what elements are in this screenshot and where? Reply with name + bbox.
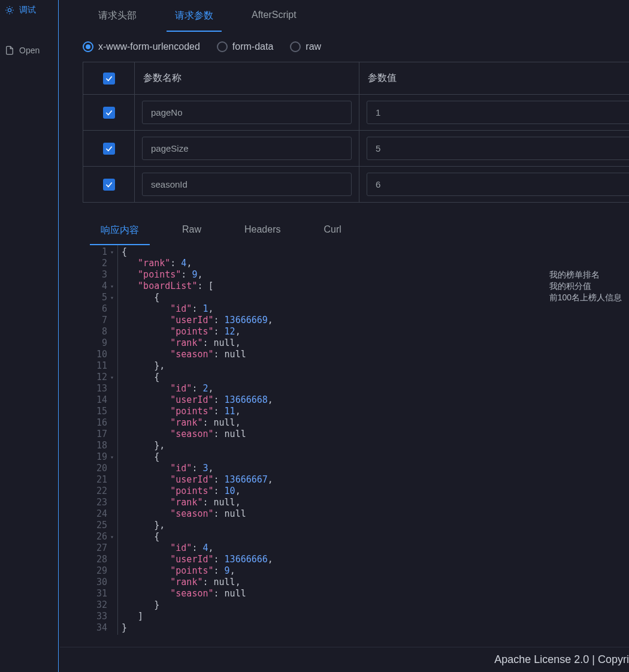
param-name-input[interactable] bbox=[142, 137, 352, 160]
tab-afterscript[interactable]: AfterScript bbox=[232, 0, 316, 32]
response-tabs: 响应内容 Raw Headers Curl bbox=[60, 216, 629, 245]
radio-label: form-data bbox=[232, 41, 273, 52]
editor-gutter: 1▾234▾5▾6789101112▾13141516171819▾202122… bbox=[79, 245, 117, 635]
param-value-input[interactable] bbox=[367, 173, 629, 196]
param-name-input[interactable] bbox=[142, 173, 352, 196]
body-type-radios: x-www-form-urlencoded form-data raw bbox=[60, 32, 629, 62]
radio-circle-icon bbox=[290, 41, 301, 52]
radio-circle-icon bbox=[217, 41, 228, 52]
param-name-input[interactable] bbox=[142, 101, 352, 124]
sidebar-item-open[interactable]: Open bbox=[0, 42, 57, 59]
tab-response-raw[interactable]: Raw bbox=[161, 216, 223, 245]
tab-request-params[interactable]: 请求参数 bbox=[156, 0, 232, 32]
footer-text: Apache License 2.0 | Copyri bbox=[494, 653, 629, 666]
radio-formdata[interactable]: form-data bbox=[217, 41, 273, 52]
sidebar-item-label: 调试 bbox=[19, 5, 36, 16]
tab-response-curl[interactable]: Curl bbox=[303, 216, 363, 245]
response-editor-wrap: 1▾234▾5▾6789101112▾13141516171819▾202122… bbox=[60, 245, 629, 635]
request-tabs: 请求头部 请求参数 AfterScript bbox=[60, 0, 629, 32]
tab-response-headers[interactable]: Headers bbox=[223, 216, 302, 245]
param-value-input[interactable] bbox=[367, 101, 629, 124]
file-icon bbox=[5, 46, 14, 55]
checkbox-row[interactable] bbox=[103, 179, 115, 191]
sidebar-item-debug[interactable]: 调试 bbox=[0, 1, 57, 19]
col-header-name: 参数名称 bbox=[135, 62, 359, 94]
checkbox-all[interactable] bbox=[103, 73, 115, 85]
param-row bbox=[83, 167, 629, 202]
checkbox-row[interactable] bbox=[103, 143, 115, 155]
bug-icon bbox=[5, 5, 14, 15]
param-table-header: 参数名称 参数值 bbox=[83, 62, 629, 95]
param-table: 参数名称 参数值 bbox=[83, 62, 629, 203]
col-header-value: 参数值 bbox=[359, 62, 629, 94]
checkbox-row[interactable] bbox=[103, 107, 115, 119]
param-row bbox=[83, 131, 629, 167]
sidebar-divider bbox=[58, 0, 59, 672]
main-area: 请求头部 请求参数 AfterScript x-www-form-urlenco… bbox=[60, 0, 629, 635]
radio-raw[interactable]: raw bbox=[290, 41, 321, 52]
svg-point-0 bbox=[8, 8, 11, 11]
param-value-input[interactable] bbox=[367, 137, 629, 160]
sidebar: 调试 Open bbox=[0, 0, 57, 672]
tab-response-body[interactable]: 响应内容 bbox=[79, 216, 161, 245]
tab-request-headers[interactable]: 请求头部 bbox=[79, 0, 156, 32]
editor-code[interactable]: { "rank": 4, "points": 9, "boardList": [… bbox=[117, 245, 610, 635]
radio-label: raw bbox=[306, 41, 321, 52]
radio-urlencoded[interactable]: x-www-form-urlencoded bbox=[83, 41, 200, 52]
footer: Apache License 2.0 | Copyri bbox=[60, 647, 629, 672]
sidebar-item-label: Open bbox=[19, 46, 40, 55]
param-row bbox=[83, 95, 629, 131]
radio-label: x-www-form-urlencoded bbox=[98, 41, 200, 52]
response-editor[interactable]: 1▾234▾5▾6789101112▾13141516171819▾202122… bbox=[79, 245, 610, 635]
radio-circle-icon bbox=[83, 41, 93, 52]
